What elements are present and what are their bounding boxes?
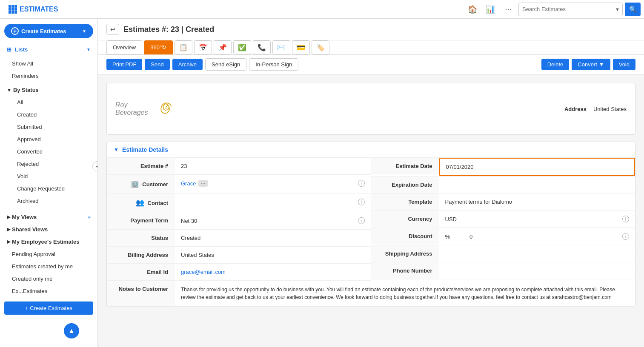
- home-icon-btn[interactable]: 🏠: [465, 2, 480, 17]
- detail-left-col: Estimate # 23 🏢 Customer: [107, 158, 371, 281]
- bottom-create-btn[interactable]: + Create Estimates: [4, 301, 93, 315]
- create-btn-label: Create Estimates: [21, 28, 66, 34]
- sidebar-item-converted[interactable]: Converted: [0, 145, 97, 158]
- email-id-label: Email Id: [107, 264, 175, 280]
- void-btn[interactable]: Void: [613, 59, 635, 70]
- sidebar-item-change-requested[interactable]: Change Requested: [0, 182, 97, 195]
- tab-360[interactable]: 360°↻: [144, 40, 173, 54]
- discount-number: 0: [469, 233, 472, 240]
- billing-address-row: Billing Address United States: [107, 247, 371, 264]
- my-employees-label: My Employee's Estimates: [12, 239, 79, 245]
- discount-info-icon[interactable]: i: [622, 233, 629, 240]
- sidebar-item-ex-estimates[interactable]: Ex...Estimates: [0, 285, 97, 297]
- sidebar-item-created-only-me[interactable]: Created only me: [0, 273, 97, 285]
- send-esign-btn[interactable]: Send eSign: [205, 58, 246, 71]
- payment-term-info-icon[interactable]: i: [358, 217, 365, 224]
- expiration-date-row: Expiration Date: [371, 176, 635, 193]
- discount-value: % 0 i: [439, 228, 635, 245]
- phone-tab-btn[interactable]: 📞: [253, 40, 271, 54]
- card-tab-btn[interactable]: 💳: [292, 40, 310, 54]
- company-name: Roy Beverages: [115, 101, 149, 117]
- customer-icon: 🏢: [131, 180, 139, 188]
- customer-link[interactable]: Grace: [181, 180, 196, 187]
- lists-chevron-icon: ▼: [86, 47, 91, 52]
- lists-header[interactable]: ⊞ Lists ▼: [0, 43, 97, 56]
- currency-label: Currency: [371, 210, 439, 227]
- archive-btn[interactable]: Archive: [172, 59, 203, 70]
- contact-label: 👥 Contact: [107, 193, 175, 212]
- page-header: ↩ Estimates #: 23 | Created: [98, 19, 644, 40]
- customer-more-btn[interactable]: ···: [198, 180, 207, 187]
- chart-icon-btn[interactable]: 📊: [483, 2, 498, 17]
- my-employees-toggle-icon: ▶: [7, 239, 10, 245]
- sidebar-item-submitted[interactable]: Submitted: [0, 121, 97, 133]
- calendar-tab-btn[interactable]: 📅: [194, 40, 212, 54]
- sidebar-item-created[interactable]: Created: [0, 108, 97, 121]
- my-views-label: My Views: [12, 214, 37, 220]
- shared-views-header[interactable]: ▶ Shared Views: [0, 223, 97, 236]
- details-grid: Estimate # 23 🏢 Customer: [107, 158, 635, 281]
- address-label: Address: [564, 106, 587, 112]
- search-go-btn[interactable]: 🔍: [625, 3, 641, 16]
- phone-number-value: [439, 262, 635, 273]
- discount-row: Discount % 0 i: [371, 228, 635, 245]
- notes-label: Notes to Customer: [107, 281, 175, 306]
- sidebar-item-pending-approval[interactable]: Pending Approval: [0, 248, 97, 260]
- currency-info-icon[interactable]: i: [622, 216, 629, 222]
- search-dropdown-btn[interactable]: ▼: [613, 7, 622, 12]
- delete-btn[interactable]: Delete: [541, 59, 570, 70]
- company-logo: Roy Beverages: [115, 92, 175, 126]
- contact-info-icon[interactable]: i: [358, 199, 365, 205]
- currency-row: Currency USD i: [371, 210, 635, 228]
- sidebar-item-created-by-me[interactable]: Estimates created by me: [0, 260, 97, 273]
- back-btn[interactable]: ↩: [106, 24, 119, 35]
- status-value: Created: [175, 230, 371, 246]
- sidebar-item-archived[interactable]: Archived: [0, 195, 97, 207]
- address-value: United States: [593, 106, 627, 112]
- shared-views-label: Shared Views: [12, 226, 48, 233]
- company-spiral-icon: [157, 96, 175, 122]
- create-estimates-btn[interactable]: + Create Estimates ▼: [4, 24, 93, 38]
- pin-tab-btn[interactable]: 📌: [214, 40, 232, 54]
- tag-tab-btn[interactable]: 🏷️: [312, 40, 329, 54]
- by-status-group[interactable]: ▼ By Status: [0, 84, 97, 96]
- estimate-num-label: Estimate #: [107, 158, 175, 174]
- expiration-date-label: Expiration Date: [371, 176, 439, 193]
- tab-overview[interactable]: Overview: [106, 40, 142, 54]
- my-employees-header[interactable]: ▶ My Employee's Estimates: [0, 236, 97, 248]
- my-views-header[interactable]: ▶ My Views +: [0, 211, 97, 223]
- estimate-details-section: ▼ Estimate Details Estimate # 23: [106, 142, 635, 307]
- convert-btn[interactable]: Convert ▼: [572, 59, 610, 70]
- search-input[interactable]: [519, 6, 613, 12]
- sidebar-item-void[interactable]: Void: [0, 170, 97, 182]
- estimate-date-value[interactable]: 07/01/2020: [439, 158, 635, 176]
- create-chevron-icon: ▼: [82, 29, 86, 34]
- details-header[interactable]: ▼ Estimate Details: [107, 142, 635, 158]
- customer-row: 🏢 Customer Grace ··· i: [107, 175, 371, 193]
- send-btn[interactable]: Send: [145, 59, 169, 70]
- sidebar-item-rejected[interactable]: Rejected: [0, 158, 97, 170]
- sidebar-item-all[interactable]: All: [0, 96, 97, 108]
- print-pdf-btn[interactable]: Print PDF: [106, 59, 142, 70]
- checklist-tab-btn[interactable]: ✅: [233, 40, 251, 54]
- my-views-plus-icon[interactable]: +: [87, 214, 91, 220]
- sidebar-item-approved[interactable]: Approved: [0, 133, 97, 145]
- address-info: Address United States: [564, 106, 627, 112]
- in-person-sign-btn[interactable]: In-Person Sign: [249, 58, 298, 71]
- email-link[interactable]: grace@email.com: [181, 269, 226, 275]
- create-plus-icon: +: [11, 27, 19, 35]
- sidebar-item-reminders[interactable]: Reminders: [0, 70, 97, 82]
- email-id-row: Email Id grace@email.com: [107, 264, 371, 281]
- shipping-address-value: [439, 245, 635, 256]
- email-tab-btn[interactable]: ✉️: [272, 40, 290, 54]
- more-icon-btn[interactable]: ···: [501, 2, 516, 17]
- app-title: ESTIMATES: [3, 5, 63, 14]
- convert-chevron-icon: ▼: [599, 61, 604, 68]
- sidebar-item-show-all[interactable]: Show All: [0, 57, 97, 70]
- notes-tab-btn[interactable]: 📋: [175, 40, 192, 54]
- phone-number-row: Phone Number: [371, 262, 635, 279]
- scroll-to-top-btn[interactable]: ▲: [64, 323, 79, 338]
- customer-info-icon[interactable]: i: [358, 180, 365, 187]
- estimate-date-row: Estimate Date 07/01/2020: [371, 158, 635, 176]
- sidebar-show-all: Show All Reminders: [0, 56, 97, 84]
